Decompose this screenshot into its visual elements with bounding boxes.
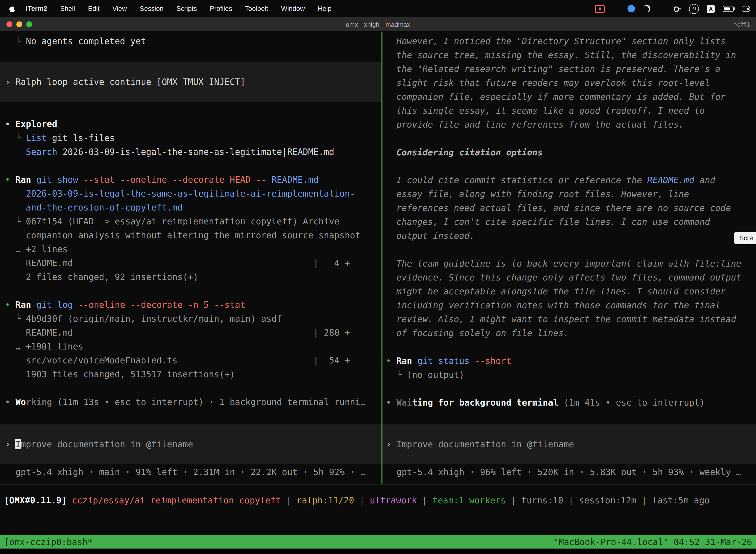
app-grid-icon[interactable] [658, 5, 665, 12]
menu-bar: iTerm2 Shell Edit View Session Scripts P… [0, 0, 756, 17]
menu-item-session[interactable]: Session [133, 5, 170, 12]
terminal-line: slight risk that future readers may over… [382, 76, 756, 90]
terminal-line: Considering citation options [382, 146, 756, 159]
terminal-line: companion file, especially if more comme… [382, 90, 756, 104]
terminal-line: of focusing solely on file lines. [382, 326, 756, 340]
edge-tooltip: Scre [734, 232, 756, 244]
menu-item-view[interactable]: View [106, 5, 133, 12]
menu-item-window[interactable]: Window [274, 5, 311, 12]
terminal-line: … +1901 lines [0, 340, 381, 353]
terminal-line: • Ran git show --stat --oneline --decora… [0, 173, 381, 187]
terminal-line: • Ran git status --short [382, 354, 756, 368]
screen: iTerm2 Shell Edit View Session Scripts P… [0, 0, 756, 554]
key-icon[interactable] [673, 5, 681, 13]
battery-gauge-icon[interactable]: .61 [689, 4, 699, 14]
terminal-line: review. Also, I might want to inspect th… [382, 312, 756, 326]
terminal-line [382, 340, 756, 354]
ralph-loop-banner: › Ralph loop active continue [OMX_TMUX_I… [0, 62, 381, 102]
tmux-session-label: [omx-cczip0:bash* [4, 537, 93, 547]
terminal-line: companion analysis without altering the … [0, 228, 381, 242]
omx-status-line: [OMX#0.11.9] cczip/essay/ai-reimplementa… [0, 493, 756, 507]
terminal-line [0, 381, 381, 395]
screen-recording-icon[interactable] [595, 5, 605, 13]
menu-bar-left: iTerm2 Shell Edit View Session Scripts P… [0, 5, 338, 13]
session-status-right: gpt-5.4 xhigh · 96% left · 520K in · 5.8… [382, 465, 756, 479]
session-status-left: gpt-5.4 xhigh · main · 91% left · 2.31M … [0, 465, 381, 479]
terminal-line: might be acceptable alongside the file l… [382, 284, 756, 298]
menu-item-scripts[interactable]: Scripts [170, 5, 203, 12]
terminal-line: └ (no output) [382, 368, 756, 382]
terminal-line [382, 382, 756, 396]
terminal-line: essay file, along with finding root file… [382, 187, 756, 201]
right-pane: However, I noticed the "Directory Struct… [382, 32, 756, 484]
menu-item-help[interactable]: Help [311, 5, 338, 12]
terminal-line: README.md | 280 + [0, 326, 381, 340]
terminal-line: └ List git ls-files [0, 131, 381, 145]
prompt-text-left: › Improve documentation in @filename [0, 437, 381, 451]
terminal-line: I could cite commit statistics or refere… [382, 173, 756, 187]
menu-item-edit[interactable]: Edit [82, 5, 106, 12]
terminal-line: evidence. Since this change only affects… [382, 271, 756, 284]
terminal-line: 2 files changed, 92 insertions(+) [0, 270, 381, 284]
terminal-line: the "Related research writing" section i… [382, 62, 756, 76]
terminal-line: └ No agents completed yet [0, 34, 381, 48]
terminal-line: references need actual files, and since … [382, 201, 756, 215]
left-pane: └ No agents completed yet › Ralph loop a… [0, 32, 381, 484]
terminal-line: output instead. [382, 229, 756, 243]
menu-item-shell[interactable]: Shell [54, 5, 82, 12]
zoom-button[interactable] [26, 21, 32, 27]
terminal-line: └ 4b9d30f (origin/main, instructkr/main,… [0, 312, 381, 326]
control-center-icon[interactable] [742, 6, 750, 12]
terminal-line: Search 2026-03-09-is-legal-the-same-as-l… [0, 145, 381, 159]
right-pane-transcript: However, I noticed the "Directory Struct… [382, 34, 756, 409]
window-title: omx --xhigh --madmax [0, 20, 756, 28]
terminal-line [0, 159, 381, 173]
terminal-line: provide file and line references from th… [382, 118, 756, 131]
terminal-line: • Working (11m 13s • esc to interrupt) ·… [0, 395, 381, 409]
terminal-line: 1903 files changed, 513517 insertions(+) [0, 367, 381, 381]
terminal-line [0, 284, 381, 298]
terminal-line [382, 243, 756, 257]
terminal-line: README.md | 4 + [0, 256, 381, 270]
terminal-line: 2026-03-09-is-legal-the-same-as-legitima… [0, 187, 381, 201]
prompt-input-left[interactable]: › Improve documentation in @filename [0, 425, 381, 464]
prompt-input-right[interactable]: › Improve documentation in @filename [382, 425, 756, 464]
terminal-line: … +2 lines [0, 242, 381, 256]
menu-bar-status-icons: .61 A [595, 4, 756, 14]
terminal-line [382, 131, 756, 146]
prompt-text-right: › Improve documentation in @filename [382, 437, 756, 451]
terminal-line: including verification notes with those … [382, 298, 756, 312]
terminal-line: • Waiting for background terminal (1m 41… [382, 396, 756, 409]
terminal-line: this single essay, it seems like a good … [382, 104, 756, 118]
terminal-line: the source tree, missing the essay. Stil… [382, 48, 756, 62]
battery-icon[interactable] [723, 6, 734, 12]
traffic-lights [6, 21, 32, 27]
terminal-line: and-the-erosion-of-copyleft.md [0, 201, 381, 214]
minimize-button[interactable] [16, 21, 22, 27]
left-pane-transcript: • Explored └ List git ls-files Search 20… [0, 117, 381, 409]
blue-app-icon[interactable] [628, 5, 635, 12]
omx-status-bar: [OMX#0.11.9] cczip/essay/ai-reimplementa… [0, 484, 756, 507]
window-grid-icon[interactable] [613, 5, 620, 12]
terminal-line: The team guideline is to back every impo… [382, 257, 756, 271]
terminal-line: However, I noticed the "Directory Struct… [382, 34, 756, 48]
window-title-bar[interactable]: omx --xhigh --madmax ⌥⌘1 [0, 17, 756, 32]
tmux-host-time: "MacBook-Pro-44.local" 04:52 31-Mar-26 [553, 537, 752, 547]
screen-footer [0, 549, 756, 554]
apple-logo-icon[interactable] [9, 5, 15, 13]
window-shortcut-badge: ⌥⌘1 [733, 20, 750, 28]
terminal-line [382, 159, 756, 173]
terminal-line: └ 067f154 (HEAD -> essay/ai-reimplementa… [0, 214, 381, 228]
menu-item-profiles[interactable]: Profiles [203, 5, 239, 12]
tmux-panes: └ No agents completed yet › Ralph loop a… [0, 32, 756, 484]
terminal-line: • Ran git log --oneline --decorate -n 5 … [0, 298, 381, 312]
menu-item-toolbelt[interactable]: Toolbelt [239, 5, 274, 12]
terminal: └ No agents completed yet › Ralph loop a… [0, 32, 756, 554]
input-source-icon[interactable]: A [707, 5, 715, 13]
menu-app-name[interactable]: iTerm2 [19, 5, 54, 12]
terminal-line: changes, I can't cite specific file line… [382, 215, 756, 229]
crescent-app-icon[interactable] [643, 5, 650, 12]
ralph-loop-banner-text: › Ralph loop active continue [OMX_TMUX_I… [0, 75, 381, 89]
close-button[interactable] [6, 21, 12, 27]
tmux-status-bar: [omx-cczip0:bash* "MacBook-Pro-44.local"… [0, 535, 756, 549]
